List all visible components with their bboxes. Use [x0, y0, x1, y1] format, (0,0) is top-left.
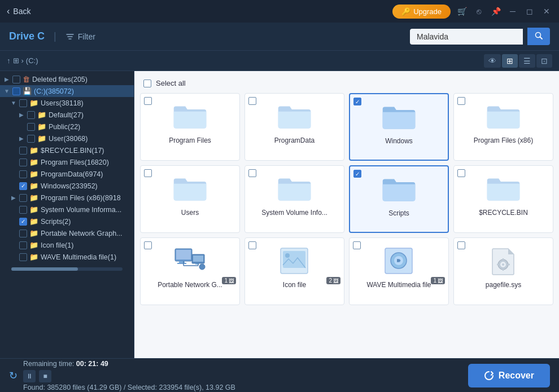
- grid-check-png[interactable]: [144, 241, 152, 249]
- view-grid-button[interactable]: ⊞: [502, 54, 518, 68]
- check-default[interactable]: [27, 111, 35, 119]
- share-icon[interactable]: ⎋: [473, 7, 484, 16]
- check-png[interactable]: [19, 230, 27, 237]
- sidebar-item-deleted[interactable]: ▶ 🗑 Deleted files(205): [0, 73, 134, 85]
- breadcrumb-drive[interactable]: (C:): [26, 56, 38, 65]
- breadcrumb-grid[interactable]: ⊞: [13, 56, 19, 65]
- pause-button[interactable]: ⏸: [23, 370, 36, 382]
- check-programdata[interactable]: [19, 170, 27, 178]
- select-all-checkbox[interactable]: [143, 80, 151, 87]
- pin-icon[interactable]: 📌: [490, 7, 501, 16]
- folder-png-icon: 📁: [29, 229, 38, 237]
- sidebar-item-scripts[interactable]: ✓ 📁 Scripts(2): [0, 215, 134, 227]
- upgrade-button[interactable]: 🔑 Upgrade: [392, 5, 451, 19]
- sidebar-item-programfiles[interactable]: 📁 Program Files(16820): [0, 156, 134, 168]
- back-arrow-icon: ‹: [7, 6, 10, 16]
- sidebar-item-recycle[interactable]: 📁 $RECYCLE.BIN(17): [0, 144, 134, 156]
- restore-icon[interactable]: ◻: [524, 7, 535, 16]
- folder-default-icon: 📁: [37, 111, 46, 119]
- grid-item-program-files-x86[interactable]: Program Files (x86): [453, 93, 553, 161]
- view-list-button[interactable]: ☰: [519, 54, 535, 68]
- grid-item-users[interactable]: Users: [140, 165, 240, 233]
- expand-user[interactable]: ▶: [18, 135, 25, 142]
- check-deleted[interactable]: [12, 76, 20, 83]
- grid-check-program-files-x86[interactable]: [457, 97, 465, 105]
- grid-check-system-volume[interactable]: [248, 169, 256, 177]
- grid-check-recycle-bin[interactable]: [457, 169, 465, 177]
- back-label: Back: [13, 7, 30, 16]
- sidebar-item-windows[interactable]: ✓ 📁 Windows(233952): [0, 180, 134, 192]
- close-icon[interactable]: ✕: [541, 7, 552, 16]
- grid-item-icon-file[interactable]: 2🖼 Icon file: [244, 237, 344, 305]
- sidebar-item-public[interactable]: 📁 Public(22): [0, 121, 134, 133]
- search-input[interactable]: [410, 29, 523, 45]
- grid-item-program-data[interactable]: ProgramData: [244, 93, 344, 161]
- check-programfiles[interactable]: [19, 158, 27, 166]
- grid-item-png[interactable]: 1🖼 Portable Network G...: [140, 237, 240, 305]
- cart-icon[interactable]: 🛒: [456, 7, 468, 16]
- recover-button[interactable]: Recover: [468, 364, 550, 387]
- sidebar-item-iconfile[interactable]: 📁 Icon file(1): [0, 239, 134, 251]
- sidebar-item-user[interactable]: ▶ 📁 User(38068): [0, 133, 134, 144]
- breadcrumb-up[interactable]: ↑: [7, 56, 11, 65]
- check-public[interactable]: [27, 123, 35, 131]
- sidebar-item-driveC[interactable]: ▼ 💾 (C:)(385072): [0, 85, 134, 97]
- grid-check-pagefile[interactable]: [457, 241, 465, 249]
- programfiles-label: Program Files(16820): [41, 158, 109, 166]
- grid-check-users[interactable]: [144, 169, 152, 177]
- check-wave[interactable]: [19, 253, 27, 261]
- check-recycle[interactable]: [19, 147, 27, 155]
- grid-icon-program-files-x86: [484, 99, 523, 133]
- expand-users[interactable]: ▼: [10, 100, 17, 106]
- filter-button[interactable]: Filter: [65, 32, 95, 41]
- check-systemvolume[interactable]: [19, 206, 27, 214]
- grid-check-icon-file[interactable]: [248, 241, 256, 249]
- expand-deleted[interactable]: ▶: [3, 76, 10, 82]
- expand-driveC[interactable]: ▼: [3, 88, 10, 94]
- check-driveC[interactable]: [12, 87, 20, 95]
- grid-item-system-volume[interactable]: System Volume Info...: [244, 165, 344, 233]
- grid-label-program-files-x86: Program Files (x86): [474, 136, 533, 144]
- search-button[interactable]: [527, 28, 550, 45]
- grid-check-program-files[interactable]: [144, 97, 152, 105]
- check-scripts[interactable]: ✓: [19, 218, 27, 226]
- expand-default[interactable]: ▶: [18, 112, 25, 118]
- grid-item-program-files[interactable]: Program Files: [140, 93, 240, 161]
- grid-item-scripts[interactable]: ✓ Scripts: [349, 165, 449, 233]
- svg-point-9: [199, 264, 205, 270]
- sidebar-item-programdata[interactable]: 📁 ProgramData(6974): [0, 168, 134, 180]
- sidebar-item-wave[interactable]: 📁 WAVE Multimedia file(1): [0, 251, 134, 263]
- grid-item-windows[interactable]: ✓ Windows: [349, 93, 449, 161]
- check-users[interactable]: [19, 99, 27, 107]
- sidebar-item-png[interactable]: 📁 Portable Network Graph...: [0, 227, 134, 239]
- sidebar-item-programfilesx86[interactable]: ▶ 📁 Program Files (x86)(8918: [0, 192, 134, 204]
- view-detail-button[interactable]: ⊡: [536, 54, 552, 68]
- grid-item-pagefile[interactable]: pagefile.sys: [453, 237, 553, 305]
- view-eye-button[interactable]: 👁: [484, 54, 501, 68]
- grid-item-recycle-bin[interactable]: $RECYCLE.BIN: [453, 165, 553, 233]
- grid-check-scripts[interactable]: ✓: [353, 170, 361, 178]
- back-button[interactable]: ‹ Back: [7, 6, 30, 16]
- grid-item-wave[interactable]: 1🖼 WAVE Multimedia file: [349, 237, 449, 305]
- minimize-icon[interactable]: ─: [507, 7, 518, 16]
- wave-label: WAVE Multimedia file(1): [41, 253, 116, 261]
- grid-check-wave[interactable]: [353, 241, 361, 249]
- status-controls: ⏸ ■: [23, 370, 235, 382]
- check-user[interactable]: [27, 135, 35, 143]
- svg-rect-7: [193, 256, 203, 262]
- check-programfilesx86[interactable]: [19, 194, 27, 202]
- grid-badge-icon-file: 2🖼: [326, 277, 340, 284]
- sidebar-item-users[interactable]: ▼ 📁 Users(38118): [0, 97, 134, 109]
- folder-recycle-icon: 📁: [29, 146, 38, 155]
- sidebar-item-default[interactable]: ▶ 📁 Default(27): [0, 109, 134, 121]
- check-windows[interactable]: ✓: [19, 182, 27, 190]
- stop-button[interactable]: ■: [39, 370, 51, 382]
- grid-check-program-data[interactable]: [248, 97, 256, 105]
- expand-programfilesx86[interactable]: ▶: [10, 195, 17, 201]
- grid-check-windows[interactable]: ✓: [353, 98, 361, 105]
- sidebar-scrollbar[interactable]: [11, 267, 123, 271]
- grid-badge-png: 1🖼: [222, 277, 236, 284]
- users-label: Users(38118): [41, 99, 84, 107]
- sidebar-item-systemvolume[interactable]: 📁 System Volume Informa...: [0, 204, 134, 215]
- check-iconfile[interactable]: [19, 241, 27, 249]
